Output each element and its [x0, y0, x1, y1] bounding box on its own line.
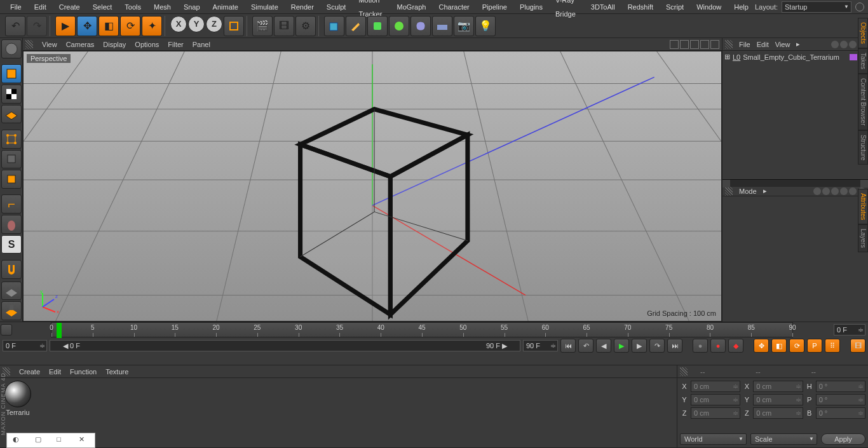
attr-lock-icon[interactable]: [840, 187, 848, 195]
menu-render[interactable]: Render: [285, 0, 320, 14]
mat-menu-function[interactable]: Function: [70, 368, 97, 376]
obj-menu-file[interactable]: File: [739, 41, 750, 48]
attr-eye-icon[interactable]: [849, 187, 857, 195]
tab-attributes[interactable]: Attributes: [858, 189, 868, 224]
obj-ic3[interactable]: [849, 41, 857, 48]
materials-list[interactable]: Terrariu: [0, 378, 677, 447]
menu-vray-bridge[interactable]: V-Ray Bridge: [549, 0, 585, 21]
menu-mograph[interactable]: MoGraph: [391, 0, 433, 14]
vp-pan-icon[interactable]: [670, 40, 679, 49]
obj-ic1[interactable]: [831, 41, 839, 48]
menu-file[interactable]: File: [4, 0, 28, 14]
viewport[interactable]: Perspective: [23, 51, 722, 322]
timeline-window-button[interactable]: 🎞: [850, 339, 865, 353]
menu-3dtoall[interactable]: 3DToAll: [585, 0, 621, 14]
layout-dropdown[interactable]: Startup: [782, 1, 851, 13]
polygons-mode-button[interactable]: [1, 170, 22, 189]
tab-structure[interactable]: Structure: [858, 130, 868, 165]
make-editable-button[interactable]: [1, 39, 22, 58]
environment-button[interactable]: [432, 16, 452, 36]
size-x[interactable]: 0 cm: [753, 381, 803, 392]
render-picture-button[interactable]: 🎞: [274, 16, 294, 36]
pen-tool-button[interactable]: [346, 16, 366, 36]
timeline-total[interactable]: 90 F: [523, 340, 558, 351]
obj-ic2[interactable]: [840, 41, 848, 48]
menu-character[interactable]: Character: [432, 0, 475, 14]
mat-menu-edit[interactable]: Edit: [49, 368, 61, 376]
menu-mesh[interactable]: Mesh: [147, 0, 177, 14]
next-key-button[interactable]: ↷: [649, 339, 665, 353]
move-tool[interactable]: ✥: [77, 16, 97, 36]
vp-menu-view[interactable]: View: [42, 41, 57, 48]
attr-fwd-icon[interactable]: [822, 187, 830, 195]
axis-button[interactable]: ⌐: [1, 194, 22, 214]
menu-animate[interactable]: Animate: [207, 0, 245, 14]
cube-primitive-button[interactable]: [324, 16, 344, 36]
object-row[interactable]: ⊞ L0 Small_Empty_Cubic_Terrarium: [724, 52, 867, 62]
keyframe-sel-button[interactable]: ◆: [728, 339, 743, 353]
tweak-button[interactable]: [1, 215, 22, 234]
key-pla-button[interactable]: ⠿: [825, 339, 840, 353]
expand-icon[interactable]: ⊞: [724, 53, 730, 61]
render-view-button[interactable]: 🎬: [252, 16, 273, 36]
menu-select[interactable]: Select: [86, 0, 119, 14]
size-z[interactable]: 0 cm: [753, 407, 803, 419]
next-frame-button[interactable]: ▶: [632, 339, 647, 353]
camera-button[interactable]: 📷: [454, 16, 474, 36]
objects-hscroll[interactable]: [722, 179, 868, 187]
magnet-button[interactable]: [1, 260, 22, 279]
maximize-icon[interactable]: □: [57, 435, 67, 445]
planar-workplane-button[interactable]: [1, 301, 22, 320]
menu-window[interactable]: Window: [690, 0, 728, 14]
prev-frame-button[interactable]: ◀: [596, 339, 611, 353]
obj-menu-view[interactable]: View: [775, 41, 790, 48]
menu-simulate[interactable]: Simulate: [245, 0, 285, 14]
size-y[interactable]: 0 cm: [753, 394, 803, 405]
key-rot-button[interactable]: ⟳: [789, 339, 804, 353]
pos-y[interactable]: 0 cm: [691, 394, 740, 405]
last-tool[interactable]: ✦: [142, 16, 162, 36]
axis-z-toggle[interactable]: Z: [206, 16, 222, 32]
menu-tools[interactable]: Tools: [118, 0, 147, 14]
light-button[interactable]: 💡: [475, 16, 496, 36]
object-name[interactable]: Small_Empty_Cubic_Terrarium: [743, 53, 839, 61]
rot-p[interactable]: 0 °: [816, 394, 865, 405]
tl-grid-icon[interactable]: [1, 324, 12, 336]
vp-menu-filter[interactable]: Filter: [168, 41, 183, 48]
vp-menu-options[interactable]: Options: [135, 41, 159, 48]
menu-pipeline[interactable]: Pipeline: [476, 0, 513, 14]
vp-menu-panel[interactable]: Panel: [193, 41, 210, 48]
axis-y-toggle[interactable]: Y: [188, 16, 205, 32]
tab-takes[interactable]: Takes: [858, 48, 868, 74]
array-button[interactable]: [389, 16, 409, 36]
tab-objects[interactable]: Objects: [858, 18, 868, 48]
vp-menu-cameras[interactable]: Cameras: [66, 41, 95, 48]
close-icon[interactable]: ✕: [79, 435, 89, 445]
coord-system-button[interactable]: [224, 16, 244, 36]
coord-size-dropdown[interactable]: Scale: [750, 433, 817, 445]
undo-button[interactable]: ↶: [5, 16, 25, 36]
attr-search-icon[interactable]: [831, 187, 839, 195]
attr-back-icon[interactable]: [813, 187, 821, 195]
rot-h[interactable]: 0 °: [816, 381, 865, 392]
deformer-button[interactable]: [410, 16, 431, 36]
points-mode-button[interactable]: [1, 130, 22, 149]
menu-help[interactable]: Help: [728, 0, 755, 14]
layer-swatch[interactable]: [850, 54, 857, 60]
obj-menu-edit[interactable]: Edit: [757, 41, 769, 48]
snap-button[interactable]: S: [1, 235, 22, 254]
render-settings-button[interactable]: ⚙: [295, 16, 316, 36]
search-icon[interactable]: [855, 3, 864, 11]
menu-snap[interactable]: Snap: [177, 0, 207, 14]
restore-icon[interactable]: ▢: [35, 435, 45, 445]
material-name[interactable]: Terrariu: [6, 409, 29, 416]
locked-workplane-button[interactable]: [1, 282, 22, 301]
edges-mode-button[interactable]: [1, 150, 22, 169]
attr-menu-mode[interactable]: Mode: [739, 187, 757, 195]
rot-b[interactable]: 0 °: [816, 407, 865, 419]
record-button[interactable]: ●: [693, 339, 708, 353]
menu-redshift[interactable]: Redshift: [621, 0, 660, 14]
mat-menu-texture[interactable]: Texture: [105, 368, 128, 376]
key-param-button[interactable]: P: [807, 339, 822, 353]
menu-create[interactable]: Create: [53, 0, 86, 14]
